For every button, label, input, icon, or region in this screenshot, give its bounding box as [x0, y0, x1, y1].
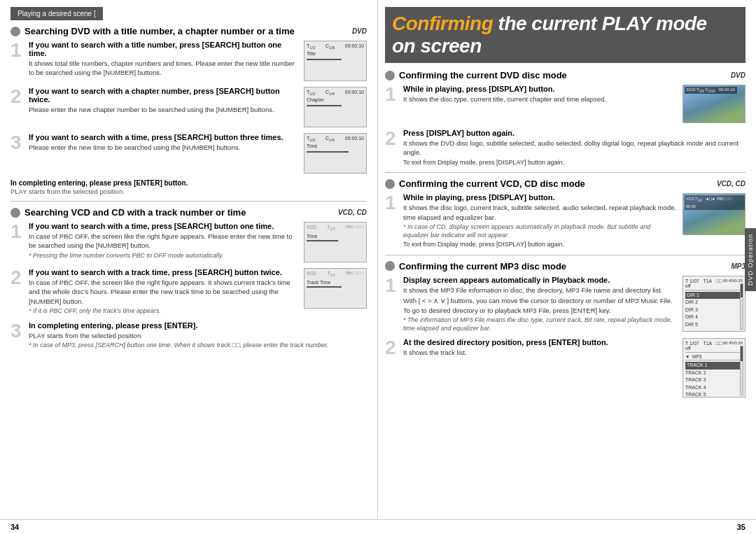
mp3-step2-title: At the desired directory position, press…	[403, 338, 677, 346]
right-section1-title: Confirming the current DVD disc mode	[399, 70, 725, 80]
play-note-1: PLAY starts from the selected position.	[10, 188, 367, 195]
dvd-mode-step-num-1: 1	[385, 85, 398, 104]
vcd-step3-title: In completing entering, please press [EN…	[29, 321, 367, 330]
step1-content: If you want to search with a title numbe…	[29, 41, 367, 81]
right-section1-badge: DVD	[731, 71, 746, 79]
dvd-mode-step-num-2: 2	[385, 129, 398, 148]
page-number-left: 34	[10, 523, 19, 531]
vcd-mode-step1-title: While in playing, press [DISPLAY] button…	[403, 193, 677, 202]
section1-badge: DVD	[352, 27, 367, 35]
main-title-block: Confirming the current PLAY mode on scre…	[385, 7, 746, 63]
step-number-1: 1	[10, 41, 23, 60]
right-section2-title: Confirming the current VCD, CD disc mode	[399, 178, 711, 189]
section2-header: Searching VCD and CD with a track number…	[10, 207, 367, 218]
vcd-step-number-3: 3	[10, 321, 23, 341]
dvd-mode-step2-desc: It shows the DVD disc logo, subtitle sel…	[403, 139, 746, 157]
vcd-step2-title: If you want to search with a track time,…	[29, 268, 298, 276]
mp3-step1-desc2: With [ < > ∧ ∨ ] buttons, you can move t…	[403, 296, 677, 315]
left-header: Playing a desired scene [	[10, 7, 367, 20]
section1-title: Searching DVD with a title number, a cha…	[24, 26, 346, 36]
section2-title: Searching VCD and CD with a track number…	[24, 207, 332, 218]
dvd-step3: 3 If you want to search with a time, pre…	[10, 133, 367, 174]
vcd-mode-step1: 1 While in playing, press [DISPLAY] butt…	[385, 193, 746, 249]
screen-vcd-time: VCDT1/2PBC □ □ □ Time	[304, 222, 367, 262]
section2-bullet	[10, 208, 20, 218]
vcd-mode-step1-desc: It shows the disc logo, current track, s…	[403, 203, 677, 222]
dvd-mode-step2-title: Press [DISPLAY] button again.	[403, 129, 746, 137]
page-number-right: 35	[737, 523, 746, 531]
step2-desc: Please enter the new chapter number to b…	[29, 105, 298, 114]
step3-content: If you want to search with a time, press…	[29, 133, 367, 174]
main-title: Confirming the current PLAY mode on scre…	[392, 13, 732, 57]
dvd-mode-step1: 1 While in playing, press [DISPLAY] butt…	[385, 85, 746, 123]
vcd-step1-title: If you want to search with a time, press…	[29, 222, 298, 230]
vcd-step2-content: If you want to search with a track time,…	[29, 268, 367, 316]
screen-mp3-display: T 1/07 T1A □□ off 00:45/0:35 DIR 1 DIR 2…	[682, 276, 746, 332]
section2-badge: VCD, CD	[338, 209, 367, 216]
dvd-step2: 2 If you want to search with a chapter n…	[10, 87, 367, 127]
vcd-step3-content: In completing entering, please press [EN…	[29, 321, 367, 350]
dvd-operation-tab: DVD Operation	[745, 228, 756, 291]
vcd-step1-desc: In case of PBC OFF, the screen like the …	[29, 232, 298, 251]
mp3-progress	[740, 283, 743, 330]
vcd-step2-note: * If it is PBC OFF, only the track's tim…	[29, 307, 298, 316]
right-section2-bullet	[385, 179, 395, 189]
screen-vcd-track: VCDT1/2PBC □ □ □ Track Time	[304, 268, 367, 309]
step3-title: If you want to search with a time, press…	[29, 133, 298, 141]
dvd-mode-step2-exit: To exit from Display mode, press [DISPLA…	[403, 159, 746, 167]
mp3-tracks-progress	[740, 346, 743, 395]
vcd-step1-content: If you want to search with a time, press…	[29, 222, 367, 262]
mp3-step1-note: * The information of MP3 File means the …	[403, 316, 677, 332]
vcd-step2: 2 If you want to search with a track tim…	[10, 268, 367, 316]
vcd-mode-step1-exit: To exit from Display mode, press [DISPLA…	[403, 241, 677, 249]
mp3-step1-title: Display screen appears automatically in …	[403, 276, 677, 284]
right-header-bar: Confirming the current PLAY mode on scre…	[385, 7, 746, 63]
vcd-step1: 1 If you want to search with a time, pre…	[10, 222, 367, 262]
step-number-3: 3	[10, 133, 23, 153]
mp3-step-num-1: 1	[385, 276, 398, 295]
right-section2-header: Confirming the current VCD, CD disc mode…	[385, 178, 746, 189]
dvd-mode-step2: 2 Press [DISPLAY] button again. It shows…	[385, 129, 746, 167]
vcd-mode-step1-note1: * In case of CD, display screen appears …	[403, 223, 677, 239]
screen-chapter: T1/2C1/600:00:10 Chapter	[304, 87, 367, 127]
page-numbers: 34 35	[0, 519, 756, 534]
right-section1-header: Confirming the current DVD disc mode DVD	[385, 70, 746, 80]
vcd-step-number-2: 2	[10, 268, 23, 288]
mp3-step2: 2 At the desired directory position, pre…	[385, 338, 746, 398]
right-page: Confirming the current PLAY mode on scre…	[378, 0, 756, 519]
screen-time: T1/2C1/600:00:10 Time	[304, 133, 367, 174]
dvd-step1: 1 If you want to search with a title num…	[10, 41, 367, 81]
dvd-mode-step1-title: While in playing, press [DISPLAY] button…	[403, 85, 677, 93]
screen-dvd-display1: DVD T1/1 C1/16 00:00:10	[682, 85, 746, 123]
mp3-step1-desc: It shows the MP3 File information in dis…	[403, 286, 677, 295]
step1-desc: It shows total title numbers, chapter nu…	[29, 59, 298, 78]
enter-note-1: In completing entering, please press [EN…	[10, 179, 367, 187]
dvd-mode-step1-desc: It shows the disc type, current title, c…	[403, 94, 677, 104]
section1-bullet	[10, 27, 20, 36]
right-section3-badge: MP3	[731, 262, 746, 270]
right-section1-bullet	[385, 71, 395, 80]
screen-mp3-tracks: T 1/07 T1A □□ off 00:45/0:35 ▼ MP3 TRACK…	[682, 338, 746, 398]
mp3-step2-desc: It shows the track list.	[403, 348, 677, 357]
left-page: Playing a desired scene [ Searching DVD …	[0, 0, 378, 519]
screen-title: T1/2C1/600:00:10 Title	[304, 41, 367, 81]
vcd-step3-desc: PLAY starts from the selected position.	[29, 331, 367, 340]
vcd-step3: 3 In completing entering, please press […	[10, 321, 367, 350]
right-section3-header: Confirming the current MP3 disc mode MP3	[385, 261, 746, 272]
step1-title: If you want to search with a title numbe…	[29, 41, 298, 57]
vcd-mode-step-num-1: 1	[385, 193, 398, 213]
step2-content: If you want to search with a chapter num…	[29, 87, 367, 127]
vcd-step3-note: * In case of MP3, press [SEARCH] button …	[29, 342, 367, 350]
section1-header: Searching DVD with a title number, a cha…	[10, 26, 367, 36]
step2-title: If you want to search with a chapter num…	[29, 87, 298, 104]
vcd-step2-desc: In case of PBC OFF, the screen like the …	[29, 278, 298, 306]
step3-desc: Please enter the new time to be searched…	[29, 143, 298, 152]
right-section2-badge: VCD, CD	[717, 180, 746, 188]
mp3-step1: 1 Display screen appears automatically i…	[385, 276, 746, 332]
vcd-step-number-1: 1	[10, 222, 23, 241]
right-section3-bullet	[385, 261, 395, 271]
step-number-2: 2	[10, 87, 23, 106]
scene-tab: Playing a desired scene [	[10, 7, 103, 20]
mp3-step-num-2: 2	[385, 338, 398, 358]
vcd-step1-note: * Pressing the time number converts PBC …	[29, 252, 298, 260]
